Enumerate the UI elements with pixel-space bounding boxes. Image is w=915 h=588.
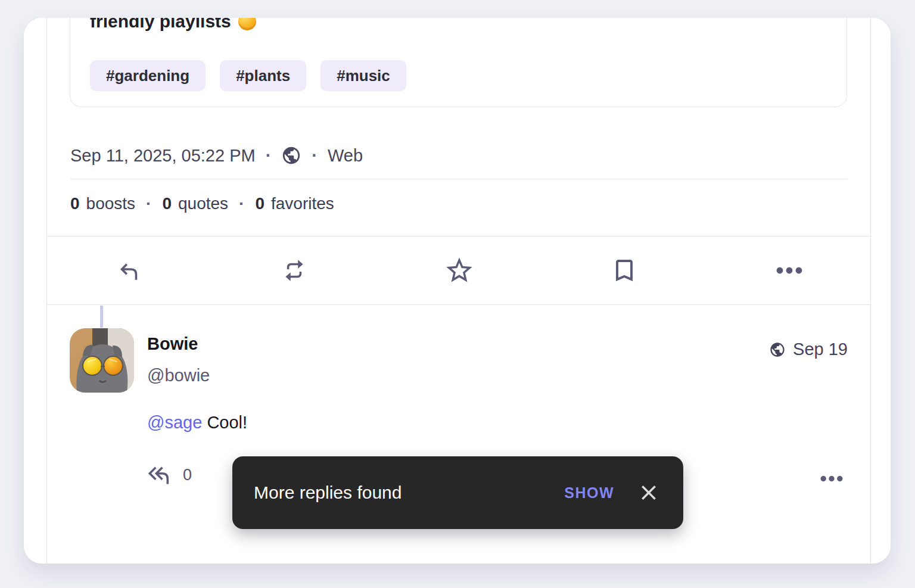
status-timestamp[interactable]: Sep 11, 2025, 05:22 PM — [70, 146, 256, 166]
reply-date[interactable]: Sep 19 — [793, 340, 848, 359]
boost-button[interactable] — [212, 237, 377, 304]
boosts-count: 0 — [70, 194, 80, 213]
thread-connector-line — [100, 306, 103, 328]
quotes-stat[interactable]: 0 quotes — [162, 194, 228, 213]
more-icon — [820, 475, 843, 482]
status-stats-row: 0 boosts · 0 quotes · 0 favorites — [70, 193, 334, 214]
favorites-stat[interactable]: 0 favorites — [255, 194, 334, 213]
dot-separator: · — [266, 146, 272, 166]
more-replies-toast: More replies found SHOW — [232, 456, 683, 529]
hashtag-row: #gardening #plants #music — [90, 60, 406, 91]
globe-icon — [769, 341, 786, 358]
smiling-face-emoji-icon — [238, 18, 256, 30]
status-text: friendly playlists — [90, 18, 231, 33]
dot-separator: · — [312, 146, 318, 166]
toast-close-button[interactable] — [639, 483, 658, 502]
reply-actions-row: 0 — [146, 463, 192, 487]
bookmark-button[interactable] — [541, 237, 707, 304]
status-card[interactable]: friendly playlists #gardening #plants #m… — [70, 18, 847, 107]
thread-column: friendly playlists #gardening #plants #m… — [46, 18, 871, 564]
reply-handle[interactable]: @bowie — [147, 366, 210, 385]
globe-icon — [281, 145, 301, 166]
favorites-label: favorites — [271, 194, 334, 213]
hashtag-plants[interactable]: #plants — [220, 60, 306, 91]
app-window: friendly playlists #gardening #plants #m… — [24, 18, 891, 564]
reply-all-button[interactable] — [146, 463, 173, 487]
star-icon — [444, 255, 475, 286]
quotes-label: quotes — [178, 194, 228, 213]
dot-separator: · — [239, 194, 244, 213]
more-icon — [776, 267, 802, 274]
status-meta-row: Sep 11, 2025, 05:22 PM · · Web — [70, 144, 363, 167]
page-background: friendly playlists #gardening #plants #m… — [0, 0, 915, 588]
status-body: friendly playlists — [90, 18, 256, 33]
bookmark-icon — [610, 256, 639, 285]
reply-more-button[interactable] — [820, 474, 843, 484]
boosts-stat[interactable]: 0 boosts — [70, 194, 135, 213]
favorites-count: 0 — [255, 194, 264, 213]
reply-meta: Sep 19 — [769, 340, 848, 359]
avatar[interactable] — [70, 328, 134, 393]
show-button[interactable]: SHOW — [564, 484, 614, 502]
status-client[interactable]: Web — [328, 146, 363, 166]
reply-button[interactable] — [47, 237, 212, 304]
more-button[interactable] — [707, 237, 872, 304]
status-action-bar — [47, 236, 872, 305]
reply-text: @sage Cool! — [147, 413, 247, 433]
mention-link[interactable]: @sage — [147, 413, 202, 432]
reply-icon — [115, 256, 144, 285]
close-icon — [639, 483, 658, 502]
hashtag-music[interactable]: #music — [320, 60, 406, 91]
boost-icon — [280, 256, 309, 285]
quotes-count: 0 — [162, 194, 172, 213]
reply-count: 0 — [183, 466, 192, 484]
boosts-label: boosts — [86, 194, 136, 213]
cat-avatar-image — [70, 328, 134, 393]
divider — [70, 179, 848, 179]
reply-text-content: Cool! — [207, 413, 247, 432]
reply-display-name[interactable]: Bowie — [147, 334, 198, 354]
hashtag-gardening[interactable]: #gardening — [90, 60, 206, 91]
toast-message: More replies found — [254, 483, 564, 503]
dot-separator: · — [146, 194, 151, 213]
favorite-button[interactable] — [377, 237, 542, 304]
reply-all-icon — [146, 463, 173, 487]
